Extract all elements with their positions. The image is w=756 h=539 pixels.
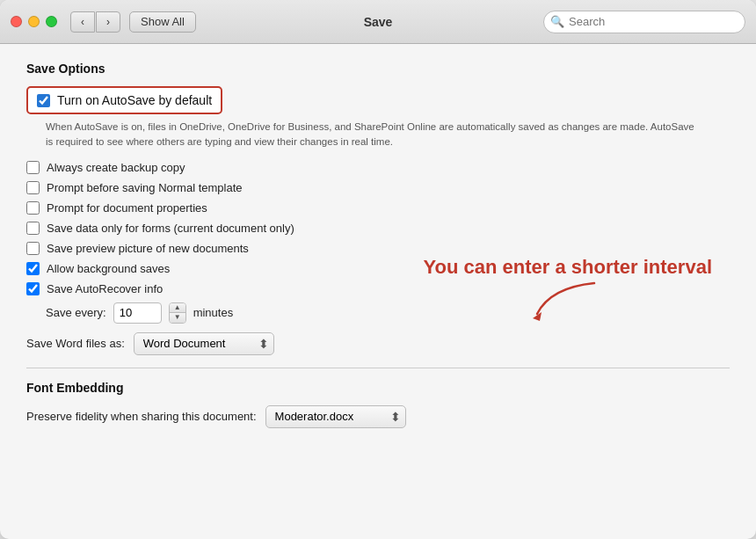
prompt-properties-checkbox[interactable] [26,201,40,215]
prompt-normal-row: Prompt before saving Normal template [26,181,730,194]
always-backup-label[interactable]: Always create backup copy [47,161,185,174]
save-format-select[interactable]: Word Document [134,332,274,355]
back-button[interactable]: ‹ [70,11,95,33]
save-preview-row: Save preview picture of new documents [26,242,730,255]
autosave-label[interactable]: Turn on AutoSave by default [57,93,212,107]
window-title: Save [364,15,393,29]
divider [26,368,730,368]
annotation-text: You can enter a shorter interval [424,256,712,279]
preserve-label: Preserve fidelity when sharing this docu… [26,410,257,423]
document-select[interactable]: Moderator.docx [265,405,406,428]
search-input[interactable] [543,11,745,33]
spinner-down-button[interactable]: ▼ [170,313,185,323]
maximize-button[interactable] [46,16,57,27]
annotation-arrow-svg [524,279,612,323]
prompt-normal-label[interactable]: Prompt before saving Normal template [47,181,243,194]
save-data-forms-label[interactable]: Save data only for forms (current docume… [47,222,294,235]
prompt-properties-row: Prompt for document properties [26,201,730,215]
save-format-wrapper: Word Document ⬍ [134,332,274,355]
minutes-label: minutes [193,306,234,319]
allow-background-checkbox[interactable] [26,262,40,275]
autosave-description: When AutoSave is on, files in OneDrive, … [46,120,696,150]
save-data-forms-checkbox[interactable] [26,222,40,235]
save-options-title: Save Options [26,62,730,76]
save-data-forms-row: Save data only for forms (current docume… [26,222,730,235]
traffic-lights [11,16,57,27]
title-bar: ‹ › Show All Save 🔍 [0,0,756,44]
font-embedding-title: Font Embedding [26,381,730,395]
close-button[interactable] [11,16,22,27]
annotation-container: You can enter a shorter interval [424,256,712,323]
save-autorecover-label[interactable]: Save AutoRecover info [47,282,163,295]
autosave-checkbox[interactable] [37,94,50,107]
always-backup-checkbox[interactable] [26,161,40,174]
preserve-fidelity-row: Preserve fidelity when sharing this docu… [26,405,730,428]
search-bar: 🔍 [543,11,745,33]
window: ‹ › Show All Save 🔍 Save Options Turn on… [0,0,756,539]
document-select-wrapper: Moderator.docx ⬍ [265,405,406,428]
save-recover-section: Save AutoRecover info You can enter a sh… [26,282,730,324]
save-as-label: Save Word files as: [26,337,125,350]
autosave-option-box: Turn on AutoSave by default [26,86,222,114]
allow-background-label[interactable]: Allow background saves [47,262,170,275]
nav-buttons: ‹ › [70,11,120,33]
save-preview-checkbox[interactable] [26,242,40,255]
prompt-properties-label[interactable]: Prompt for document properties [47,201,207,215]
spinner-group: ▲ ▼ [169,302,186,324]
prompt-normal-checkbox[interactable] [26,181,40,194]
save-autorecover-checkbox[interactable] [26,282,40,295]
always-backup-row: Always create backup copy [26,161,730,174]
save-every-label: Save every: [46,306,106,319]
save-every-input[interactable]: 10 [113,302,162,324]
forward-button[interactable]: › [96,11,120,33]
search-icon: 🔍 [550,15,564,28]
minimize-button[interactable] [28,16,40,27]
save-preview-label[interactable]: Save preview picture of new documents [47,242,249,255]
content-area: Save Options Turn on AutoSave by default… [0,44,756,539]
spinner-up-button[interactable]: ▲ [170,303,185,313]
show-all-button[interactable]: Show All [129,11,196,33]
save-as-row: Save Word files as: Word Document ⬍ [26,332,730,355]
